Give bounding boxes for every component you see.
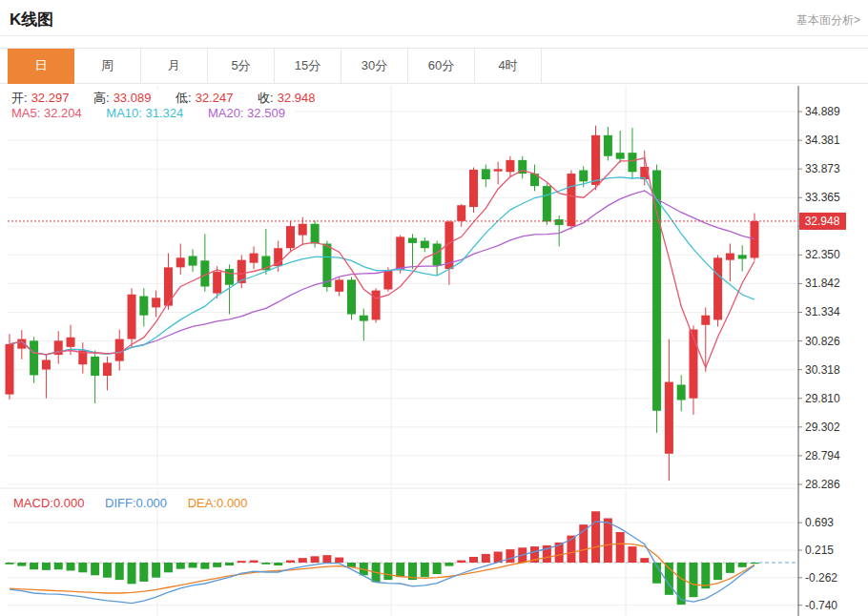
macd-axis: 0.6930.215-0.262-0.740 — [798, 516, 837, 612]
low-label: 低: — [176, 91, 192, 105]
tab-month[interactable]: 月 — [141, 49, 208, 83]
svg-text:34.889: 34.889 — [805, 105, 840, 118]
svg-text:-0.740: -0.740 — [805, 599, 837, 612]
price-axis: 34.88934.38133.87333.36532.85732.35031.8… — [798, 105, 840, 491]
close-label: 收: — [258, 91, 274, 105]
tab-30min[interactable]: 30分 — [341, 49, 408, 83]
svg-text:30.826: 30.826 — [805, 335, 840, 348]
tab-week[interactable]: 周 — [74, 49, 141, 83]
tab-15min[interactable]: 15分 — [275, 49, 341, 83]
header: K线图 基本面分析> — [0, 0, 868, 36]
svg-text:31.334: 31.334 — [805, 305, 840, 318]
ohlc-legend: 开:32.297 高:33.089 低:32.247 收:32.948 — [11, 90, 324, 107]
open-value: 32.297 — [31, 91, 70, 105]
svg-text:-0.262: -0.262 — [805, 571, 837, 585]
low-value: 32.247 — [196, 91, 234, 105]
fundamental-analysis-link[interactable]: 基本面分析> — [796, 12, 860, 29]
tab-day[interactable]: 日 — [8, 49, 74, 84]
svg-text:32.350: 32.350 — [805, 248, 840, 261]
svg-text:34.381: 34.381 — [805, 133, 840, 147]
svg-text:0.215: 0.215 — [805, 544, 834, 557]
chart-area: 34.88934.38133.87333.36532.85732.35031.8… — [0, 86, 868, 616]
period-tabbar: 日 周 月 5分 15分 30分 60分 4时 — [0, 48, 868, 84]
macd-value: MACD:0.000 — [13, 496, 84, 510]
tab-5min[interactable]: 5分 — [208, 49, 275, 83]
tab-60min[interactable]: 60分 — [408, 49, 475, 83]
svg-text:28.794: 28.794 — [805, 449, 840, 462]
svg-text:29.302: 29.302 — [805, 421, 840, 434]
ma10-line — [10, 177, 754, 355]
ma5-legend: MA5: 32.204 — [11, 106, 82, 120]
open-label: 开: — [11, 91, 28, 105]
svg-text:0.693: 0.693 — [805, 516, 834, 529]
svg-text:33.873: 33.873 — [805, 162, 840, 175]
tab-4hour[interactable]: 4时 — [475, 49, 542, 83]
svg-text:29.810: 29.810 — [805, 392, 840, 405]
header-divider — [0, 35, 868, 36]
page-title: K线图 — [10, 9, 53, 31]
kline-chart-canvas[interactable]: 34.88934.38133.87333.36532.85732.35031.8… — [0, 86, 868, 616]
current-price-badge: 32.948 — [799, 213, 846, 230]
ma20-line — [10, 191, 754, 355]
macd-histogram — [6, 511, 759, 605]
svg-text:30.318: 30.318 — [805, 363, 840, 377]
ma20-legend: MA20: 32.509 — [208, 106, 285, 120]
diff-value: DIFF:0.000 — [105, 496, 167, 510]
ma10-legend: MA10: 31.324 — [106, 106, 183, 120]
svg-text:31.842: 31.842 — [805, 277, 840, 290]
high-label: 高: — [93, 91, 110, 105]
svg-text:28.286: 28.286 — [805, 478, 840, 491]
macd-legend: MACD:0.000 DIFF:0.000 DEA:0.000 — [13, 496, 258, 510]
ma5-line — [10, 158, 754, 368]
ma-legend: MA5: 32.204 MA10: 31.324 MA20: 32.509 — [11, 106, 295, 120]
svg-text:32.948: 32.948 — [805, 215, 840, 228]
dea-value: DEA:0.000 — [188, 496, 248, 510]
close-value: 32.948 — [278, 91, 316, 105]
svg-text:33.365: 33.365 — [805, 191, 840, 204]
high-value: 33.089 — [114, 91, 152, 105]
